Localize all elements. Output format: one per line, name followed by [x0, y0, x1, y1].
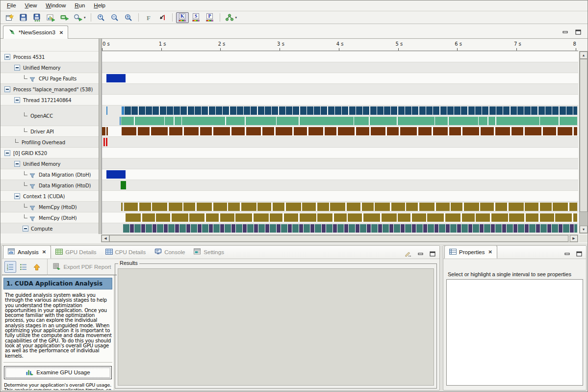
goto-marker-button[interactable]: F [142, 12, 155, 23]
horizontal-scrollbar[interactable]: ◀ ▶ [101, 235, 578, 242]
timeline-interval[interactable] [188, 106, 194, 115]
tree-item-memcpy-dtoh[interactable]: MemCpy (DtoH) [0, 212, 99, 223]
tab-session[interactable]: *NewSession3 ✕ [3, 26, 68, 39]
timeline-interval[interactable] [300, 106, 307, 115]
timeline-interval[interactable] [480, 203, 494, 211]
timeline-interval[interactable] [531, 106, 537, 115]
timeline-interval[interactable] [412, 106, 418, 115]
timeline-interval[interactable] [423, 224, 427, 233]
timeline-interval[interactable] [574, 224, 577, 233]
expand-toggle[interactable] [4, 150, 10, 156]
timeline-interval[interactable] [198, 224, 202, 233]
timeline-interval[interactable] [286, 203, 301, 211]
tree-item-data-migration-htod[interactable]: Data Migration (HtoD) [0, 180, 99, 190]
timeline-interval[interactable] [560, 117, 577, 125]
timeline-interval[interactable] [360, 224, 366, 233]
tree-splitter[interactable] [99, 39, 102, 234]
timeline-interval[interactable] [165, 117, 174, 125]
timeline-interval[interactable] [457, 224, 461, 233]
timeline-interval[interactable] [428, 224, 434, 233]
timeline-interval[interactable] [440, 106, 447, 115]
timeline-interval[interactable] [106, 106, 107, 115]
timeline-interval[interactable] [489, 106, 496, 115]
timeline-interval[interactable] [461, 224, 468, 233]
timeline-interval[interactable] [481, 127, 494, 135]
tab-gpu-details[interactable]: GPU Details [51, 245, 101, 259]
menu-window[interactable]: Window [41, 0, 70, 8]
timeline-interval[interactable] [563, 224, 569, 233]
timeline-interval[interactable] [254, 213, 269, 222]
timeline-interval[interactable] [258, 224, 265, 233]
timeline-lane[interactable] [102, 95, 578, 105]
timeline-interval[interactable] [122, 106, 124, 115]
timeline-interval[interactable] [363, 106, 369, 115]
timeline-interval[interactable] [529, 224, 536, 233]
timeline-lane[interactable] [102, 137, 578, 147]
timeline-interval[interactable] [200, 127, 212, 135]
tab-properties[interactable]: Properties ✕ [444, 245, 497, 259]
timeline-interval[interactable] [167, 106, 173, 115]
timeline-interval[interactable] [391, 106, 397, 115]
timeline-interval[interactable] [342, 106, 348, 115]
timeline-interval[interactable] [394, 224, 400, 233]
unguided-analysis-mode-button[interactable] [18, 261, 29, 273]
timeline-interval[interactable] [121, 181, 126, 189]
timeline-interval[interactable] [270, 224, 276, 233]
timeline-interval[interactable] [220, 224, 224, 233]
filter-icon[interactable] [29, 172, 35, 181]
timeline-interval[interactable] [292, 224, 299, 233]
timeline-interval[interactable] [480, 224, 484, 233]
timeline-interval[interactable] [375, 203, 390, 211]
timeline-interval[interactable] [479, 117, 487, 125]
timeline-interval[interactable] [235, 213, 252, 222]
timeline-interval[interactable] [288, 224, 292, 233]
timeline-interval[interactable] [244, 106, 250, 115]
timeline-interval[interactable] [184, 127, 199, 135]
kernel-coloring-button[interactable]: K [176, 12, 189, 23]
filter-icon[interactable] [29, 215, 35, 224]
examine-gpu-usage-button[interactable]: Examine GPU Usage [4, 366, 112, 379]
timeline-interval[interactable] [560, 106, 566, 115]
tree-item-0-grid-k520[interactable]: [0] GRID K520 [0, 148, 99, 158]
timeline-lane[interactable] [102, 105, 578, 126]
timeline-interval[interactable] [526, 213, 538, 222]
maximize-icon[interactable] [430, 250, 436, 259]
timeline-interval[interactable] [545, 106, 552, 115]
timeline-interval[interactable] [300, 213, 316, 222]
timeline-interval[interactable] [277, 117, 299, 125]
guided-analysis-mode-button[interactable]: 123 [4, 261, 16, 273]
tree-item-unified-memory[interactable]: Unified Memory [0, 158, 99, 169]
timeline-interval[interactable] [142, 213, 155, 222]
tree-item-unified-memory[interactable]: Unified Memory [0, 62, 99, 73]
timeline-interval[interactable] [509, 213, 524, 222]
timeline-interval[interactable] [553, 203, 568, 211]
expand-toggle[interactable] [14, 97, 20, 103]
timeline-interval[interactable] [344, 224, 348, 233]
timeline-interval[interactable] [179, 224, 186, 233]
timeline-interval[interactable] [348, 213, 362, 222]
timeline-interval[interactable] [570, 224, 574, 233]
timeline-interval[interactable] [197, 203, 212, 211]
timeline-interval[interactable] [317, 213, 332, 222]
timeline-interval[interactable] [525, 127, 541, 135]
timeline-interval[interactable] [445, 213, 460, 222]
timeline-interval[interactable] [175, 224, 179, 233]
timeline-interval[interactable] [451, 203, 462, 211]
timeline-interval[interactable] [168, 224, 175, 233]
tree-item-thread-3172140864[interactable]: Thread 3172140864 [0, 95, 99, 105]
timeline-interval[interactable] [246, 127, 261, 135]
timeline-interval[interactable] [286, 106, 292, 115]
tree-item-openacc[interactable]: OpenACC [0, 105, 99, 126]
timeline-interval[interactable] [216, 106, 222, 115]
zoom-fit-button[interactable]: ± [122, 12, 135, 23]
timeline-interval[interactable] [540, 117, 559, 125]
timeline-interval[interactable] [317, 203, 329, 211]
timeline-interval[interactable] [511, 127, 523, 135]
timeline-interval[interactable] [495, 127, 510, 135]
timeline-interval[interactable] [484, 224, 490, 233]
timeline-interval[interactable] [330, 203, 345, 211]
timeline-interval[interactable] [416, 224, 423, 233]
timeline-interval[interactable] [450, 224, 457, 233]
new-session-button[interactable] [3, 12, 16, 23]
timeline-interval[interactable] [213, 224, 220, 233]
